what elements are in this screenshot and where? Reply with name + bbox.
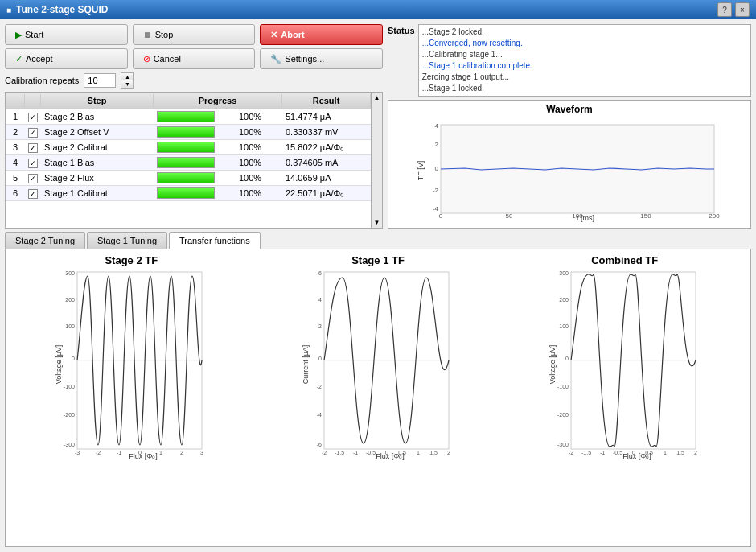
- cell-result: 15.8022 μA/Φ₀: [282, 141, 371, 154]
- cell-check[interactable]: ✓: [25, 156, 41, 170]
- svg-text:1: 1: [159, 450, 162, 455]
- title-bar-left: ■ Tune 2-stage SQUID: [6, 4, 109, 15]
- svg-text:2: 2: [447, 450, 450, 455]
- table-scrollbar[interactable]: ▲ ▼: [371, 93, 382, 228]
- svg-text:-300: -300: [557, 442, 569, 447]
- status-line: ...Stage 1 calibration complete.: [422, 60, 747, 72]
- spinner-arrows: ▲ ▼: [121, 72, 134, 89]
- cell-num: 3: [6, 141, 25, 154]
- cancel-button[interactable]: ⊘ Cancel: [133, 48, 256, 69]
- cell-pct: 100%: [218, 187, 282, 200]
- table-row: 5 ✓ Stage 2 Flux 100% 14.0659 μA: [6, 171, 371, 186]
- svg-text:-2: -2: [322, 450, 327, 455]
- tab-transfer-functions[interactable]: Transfer functions: [169, 232, 261, 249]
- stage1-tf-svg: Current [μA] Flux [Φ₀] 6 4 2 0 -2 -4 -6 …: [302, 268, 454, 461]
- col-progress: Progress: [154, 94, 282, 107]
- button-row-2: ✓ Accept ⊘ Cancel 🔧 Settings...: [5, 48, 383, 69]
- help-button[interactable]: ?: [717, 2, 732, 17]
- cal-repeats-input[interactable]: 10: [84, 73, 116, 88]
- table-row: 2 ✓ Stage 2 Offset V 100% 0.330337 mV: [6, 125, 371, 140]
- svg-text:0.5: 0.5: [398, 450, 406, 455]
- svg-text:2: 2: [435, 141, 439, 148]
- svg-text:0: 0: [632, 450, 635, 455]
- spinner-down[interactable]: ▼: [121, 80, 133, 88]
- cell-result: 51.4774 μA: [282, 110, 371, 123]
- svg-text:150: 150: [640, 212, 651, 220]
- cell-check[interactable]: ✓: [25, 126, 41, 139]
- cell-progress: [154, 186, 218, 200]
- svg-text:-100: -100: [64, 384, 75, 389]
- svg-text:-3: -3: [75, 450, 80, 455]
- col-check: [25, 94, 41, 107]
- table-row: 1 ✓ Stage 2 Bias 100% 51.4774 μA: [6, 109, 371, 125]
- col-num: [6, 94, 25, 107]
- cell-pct: 100%: [218, 156, 282, 169]
- svg-text:-2: -2: [317, 384, 322, 389]
- svg-text:-1: -1: [353, 450, 358, 455]
- combined-tf-chart: Combined TF Voltage [μV] Flux [Φ₀] 300 2…: [503, 254, 746, 542]
- svg-text:50: 50: [506, 212, 513, 220]
- svg-text:0: 0: [385, 450, 388, 455]
- status-box: ...Stage 2 locked....Converged, now rese…: [418, 24, 751, 97]
- svg-text:Voltage [μV]: Voltage [μV]: [549, 345, 557, 385]
- spinner-up[interactable]: ▲: [121, 73, 133, 80]
- svg-text:Current [μA]: Current [μA]: [302, 345, 310, 385]
- cell-check[interactable]: ✓: [25, 141, 41, 154]
- status-section: Status ...Stage 2 locked....Converged, n…: [388, 24, 751, 97]
- start-icon: ▶: [15, 30, 22, 40]
- cell-check[interactable]: ✓: [25, 187, 41, 200]
- svg-text:4: 4: [435, 122, 439, 130]
- cell-progress: [154, 109, 218, 124]
- tab-stage-1-tuning[interactable]: Stage 1 Tuning: [87, 232, 167, 249]
- status-line: ...Calibrating stage 1...: [422, 49, 747, 60]
- stop-button[interactable]: ⏹ Stop: [133, 24, 256, 45]
- svg-text:0: 0: [439, 212, 443, 220]
- right-panel: Status ...Stage 2 locked....Converged, n…: [388, 24, 751, 229]
- top-section: ▶ Start ⏹ Stop ✕ Abort ✓ Accept: [5, 24, 751, 229]
- svg-text:0: 0: [138, 450, 142, 455]
- cell-num: 6: [6, 187, 25, 200]
- accept-button[interactable]: ✓ Accept: [5, 48, 128, 69]
- cell-check[interactable]: ✓: [25, 110, 41, 124]
- svg-text:2: 2: [180, 450, 183, 455]
- cal-repeats-label: Calibration repeats: [5, 76, 79, 85]
- cell-pct: 100%: [218, 126, 282, 138]
- cell-check[interactable]: ✓: [25, 171, 41, 185]
- col-step: Step: [41, 94, 154, 107]
- svg-text:1.5: 1.5: [429, 450, 438, 455]
- cell-step: Stage 2 Bias: [41, 110, 154, 123]
- close-button[interactable]: ×: [735, 2, 750, 17]
- svg-text:300: 300: [559, 270, 569, 276]
- status-line: ...Stage 1 locked.: [422, 83, 747, 94]
- cell-num: 4: [6, 156, 25, 169]
- waveform-title: Waveform: [392, 104, 747, 115]
- status-line: ...Stage 1 zeroed.: [422, 94, 747, 97]
- svg-text:-1.5: -1.5: [335, 450, 344, 455]
- svg-text:-6: -6: [317, 442, 322, 447]
- cell-progress: [154, 171, 218, 185]
- svg-text:0: 0: [565, 356, 569, 361]
- svg-text:0: 0: [72, 356, 75, 361]
- table-row: 6 ✓ Stage 1 Calibrat 100% 22.5071 μA/Φ₀: [6, 186, 371, 201]
- svg-text:200: 200: [709, 212, 720, 220]
- start-button[interactable]: ▶ Start: [5, 24, 128, 45]
- svg-text:6: 6: [318, 270, 322, 276]
- cell-pct: 100%: [218, 171, 282, 184]
- tabs-section: Stage 2 TuningStage 1 TuningTransfer fun…: [5, 232, 751, 249]
- svg-text:3: 3: [200, 450, 203, 455]
- calibration-repeats-row: Calibration repeats 10 ▲ ▼: [5, 72, 383, 89]
- app-icon: ■: [6, 6, 11, 14]
- tab-stage-2-tuning[interactable]: Stage 2 Tuning: [5, 232, 85, 249]
- cell-step: Stage 1 Calibrat: [41, 187, 154, 200]
- svg-text:-1: -1: [117, 450, 121, 455]
- svg-text:300: 300: [66, 270, 76, 276]
- svg-text:Flux [Φ₀]: Flux [Φ₀]: [129, 452, 158, 460]
- settings-button[interactable]: 🔧 Settings...: [260, 48, 383, 69]
- waveform-chart: TF [V] t [ms] 4 2 0 -2 -4 0 50 10: [392, 118, 747, 223]
- svg-text:0.5: 0.5: [645, 450, 653, 455]
- svg-text:2: 2: [694, 450, 697, 455]
- abort-button[interactable]: ✕ Abort: [260, 24, 383, 45]
- cell-progress: [154, 140, 218, 154]
- cancel-icon: ⊘: [143, 54, 150, 64]
- col-result: Result: [282, 94, 371, 107]
